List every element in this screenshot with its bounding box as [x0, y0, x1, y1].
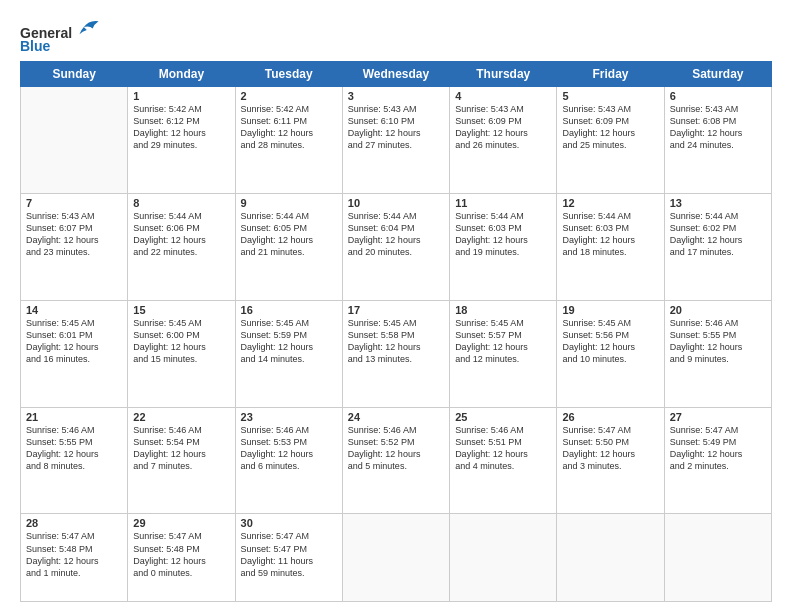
table-row — [21, 86, 128, 193]
header-saturday: Saturday — [664, 61, 771, 86]
day-number: 22 — [133, 411, 229, 423]
day-info: Sunrise: 5:43 AM Sunset: 6:09 PM Dayligh… — [455, 103, 551, 152]
day-info: Sunrise: 5:46 AM Sunset: 5:52 PM Dayligh… — [348, 424, 444, 473]
day-number: 19 — [562, 304, 658, 316]
day-info: Sunrise: 5:46 AM Sunset: 5:51 PM Dayligh… — [455, 424, 551, 473]
day-info: Sunrise: 5:44 AM Sunset: 6:05 PM Dayligh… — [241, 210, 337, 259]
table-row: 19Sunrise: 5:45 AM Sunset: 5:56 PM Dayli… — [557, 300, 664, 407]
table-row: 26Sunrise: 5:47 AM Sunset: 5:50 PM Dayli… — [557, 407, 664, 514]
day-number: 24 — [348, 411, 444, 423]
logo: General Blue — [20, 20, 100, 55]
day-info: Sunrise: 5:43 AM Sunset: 6:09 PM Dayligh… — [562, 103, 658, 152]
table-row: 29Sunrise: 5:47 AM Sunset: 5:48 PM Dayli… — [128, 514, 235, 602]
table-row: 14Sunrise: 5:45 AM Sunset: 6:01 PM Dayli… — [21, 300, 128, 407]
day-info: Sunrise: 5:44 AM Sunset: 6:03 PM Dayligh… — [455, 210, 551, 259]
day-info: Sunrise: 5:46 AM Sunset: 5:55 PM Dayligh… — [670, 317, 766, 366]
table-row: 10Sunrise: 5:44 AM Sunset: 6:04 PM Dayli… — [342, 193, 449, 300]
day-info: Sunrise: 5:46 AM Sunset: 5:54 PM Dayligh… — [133, 424, 229, 473]
table-row: 30Sunrise: 5:47 AM Sunset: 5:47 PM Dayli… — [235, 514, 342, 602]
day-info: Sunrise: 5:47 AM Sunset: 5:48 PM Dayligh… — [26, 530, 122, 579]
day-number: 16 — [241, 304, 337, 316]
table-row: 12Sunrise: 5:44 AM Sunset: 6:03 PM Dayli… — [557, 193, 664, 300]
day-number: 1 — [133, 90, 229, 102]
day-info: Sunrise: 5:43 AM Sunset: 6:07 PM Dayligh… — [26, 210, 122, 259]
day-number: 30 — [241, 517, 337, 529]
table-row: 27Sunrise: 5:47 AM Sunset: 5:49 PM Dayli… — [664, 407, 771, 514]
day-info: Sunrise: 5:44 AM Sunset: 6:04 PM Dayligh… — [348, 210, 444, 259]
table-row: 23Sunrise: 5:46 AM Sunset: 5:53 PM Dayli… — [235, 407, 342, 514]
header-monday: Monday — [128, 61, 235, 86]
calendar-table: Sunday Monday Tuesday Wednesday Thursday… — [20, 61, 772, 602]
day-info: Sunrise: 5:45 AM Sunset: 5:56 PM Dayligh… — [562, 317, 658, 366]
day-number: 11 — [455, 197, 551, 209]
header-friday: Friday — [557, 61, 664, 86]
day-info: Sunrise: 5:47 AM Sunset: 5:47 PM Dayligh… — [241, 530, 337, 579]
table-row — [342, 514, 449, 602]
header: General Blue — [20, 16, 772, 55]
day-info: Sunrise: 5:43 AM Sunset: 6:08 PM Dayligh… — [670, 103, 766, 152]
table-row: 5Sunrise: 5:43 AM Sunset: 6:09 PM Daylig… — [557, 86, 664, 193]
day-info: Sunrise: 5:45 AM Sunset: 6:00 PM Dayligh… — [133, 317, 229, 366]
day-number: 3 — [348, 90, 444, 102]
table-row: 16Sunrise: 5:45 AM Sunset: 5:59 PM Dayli… — [235, 300, 342, 407]
table-row: 15Sunrise: 5:45 AM Sunset: 6:00 PM Dayli… — [128, 300, 235, 407]
day-number: 29 — [133, 517, 229, 529]
table-row: 6Sunrise: 5:43 AM Sunset: 6:08 PM Daylig… — [664, 86, 771, 193]
table-row: 4Sunrise: 5:43 AM Sunset: 6:09 PM Daylig… — [450, 86, 557, 193]
day-number: 4 — [455, 90, 551, 102]
day-info: Sunrise: 5:43 AM Sunset: 6:10 PM Dayligh… — [348, 103, 444, 152]
header-tuesday: Tuesday — [235, 61, 342, 86]
table-row: 2Sunrise: 5:42 AM Sunset: 6:11 PM Daylig… — [235, 86, 342, 193]
table-row: 28Sunrise: 5:47 AM Sunset: 5:48 PM Dayli… — [21, 514, 128, 602]
day-number: 12 — [562, 197, 658, 209]
day-info: Sunrise: 5:42 AM Sunset: 6:12 PM Dayligh… — [133, 103, 229, 152]
day-info: Sunrise: 5:42 AM Sunset: 6:11 PM Dayligh… — [241, 103, 337, 152]
table-row: 22Sunrise: 5:46 AM Sunset: 5:54 PM Dayli… — [128, 407, 235, 514]
day-info: Sunrise: 5:45 AM Sunset: 6:01 PM Dayligh… — [26, 317, 122, 366]
day-number: 18 — [455, 304, 551, 316]
table-row — [450, 514, 557, 602]
day-number: 25 — [455, 411, 551, 423]
logo-bird-icon — [78, 16, 100, 38]
day-info: Sunrise: 5:45 AM Sunset: 5:57 PM Dayligh… — [455, 317, 551, 366]
day-number: 17 — [348, 304, 444, 316]
weekday-header-row: Sunday Monday Tuesday Wednesday Thursday… — [21, 61, 772, 86]
page: General Blue Sunday — [0, 0, 792, 612]
day-number: 14 — [26, 304, 122, 316]
logo-text: General Blue — [20, 20, 100, 55]
table-row: 7Sunrise: 5:43 AM Sunset: 6:07 PM Daylig… — [21, 193, 128, 300]
table-row: 18Sunrise: 5:45 AM Sunset: 5:57 PM Dayli… — [450, 300, 557, 407]
table-row: 24Sunrise: 5:46 AM Sunset: 5:52 PM Dayli… — [342, 407, 449, 514]
day-info: Sunrise: 5:46 AM Sunset: 5:55 PM Dayligh… — [26, 424, 122, 473]
table-row: 3Sunrise: 5:43 AM Sunset: 6:10 PM Daylig… — [342, 86, 449, 193]
day-info: Sunrise: 5:44 AM Sunset: 6:02 PM Dayligh… — [670, 210, 766, 259]
table-row: 20Sunrise: 5:46 AM Sunset: 5:55 PM Dayli… — [664, 300, 771, 407]
day-info: Sunrise: 5:44 AM Sunset: 6:03 PM Dayligh… — [562, 210, 658, 259]
table-row — [664, 514, 771, 602]
day-number: 2 — [241, 90, 337, 102]
day-number: 23 — [241, 411, 337, 423]
table-row: 21Sunrise: 5:46 AM Sunset: 5:55 PM Dayli… — [21, 407, 128, 514]
day-number: 26 — [562, 411, 658, 423]
day-number: 28 — [26, 517, 122, 529]
header-thursday: Thursday — [450, 61, 557, 86]
day-info: Sunrise: 5:46 AM Sunset: 5:53 PM Dayligh… — [241, 424, 337, 473]
header-sunday: Sunday — [21, 61, 128, 86]
table-row: 17Sunrise: 5:45 AM Sunset: 5:58 PM Dayli… — [342, 300, 449, 407]
day-number: 7 — [26, 197, 122, 209]
day-number: 21 — [26, 411, 122, 423]
day-info: Sunrise: 5:47 AM Sunset: 5:50 PM Dayligh… — [562, 424, 658, 473]
table-row: 25Sunrise: 5:46 AM Sunset: 5:51 PM Dayli… — [450, 407, 557, 514]
table-row: 13Sunrise: 5:44 AM Sunset: 6:02 PM Dayli… — [664, 193, 771, 300]
day-number: 5 — [562, 90, 658, 102]
day-number: 6 — [670, 90, 766, 102]
table-row: 9Sunrise: 5:44 AM Sunset: 6:05 PM Daylig… — [235, 193, 342, 300]
table-row — [557, 514, 664, 602]
day-number: 27 — [670, 411, 766, 423]
day-number: 9 — [241, 197, 337, 209]
day-info: Sunrise: 5:47 AM Sunset: 5:49 PM Dayligh… — [670, 424, 766, 473]
table-row: 11Sunrise: 5:44 AM Sunset: 6:03 PM Dayli… — [450, 193, 557, 300]
header-wednesday: Wednesday — [342, 61, 449, 86]
day-number: 8 — [133, 197, 229, 209]
day-info: Sunrise: 5:44 AM Sunset: 6:06 PM Dayligh… — [133, 210, 229, 259]
